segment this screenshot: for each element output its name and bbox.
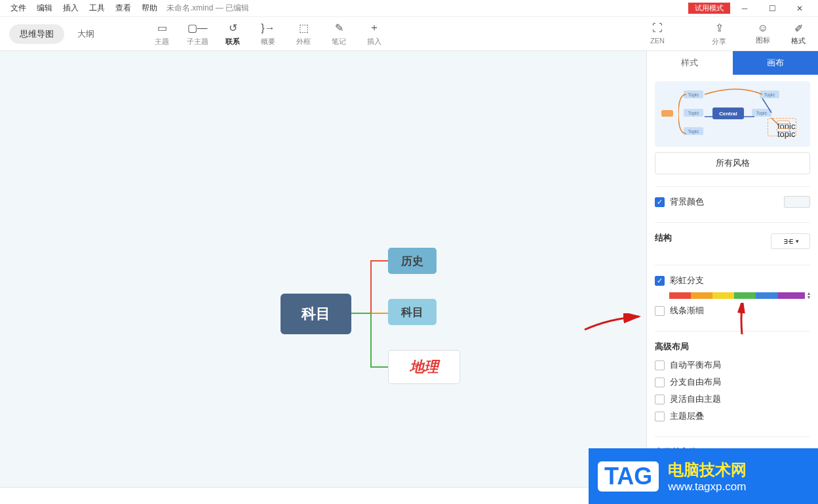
all-styles-button[interactable]: 所有风格	[655, 152, 810, 174]
label-free-branch: 分支自由布局	[670, 376, 721, 388]
node-subject[interactable]: 科目	[388, 299, 437, 325]
boundary-icon: ⬚	[299, 22, 309, 35]
menu-insert[interactable]: 插入	[58, 3, 84, 14]
node-geography[interactable]: 地理	[388, 350, 460, 384]
menu-tools[interactable]: 工具	[84, 3, 110, 14]
trial-mode-badge[interactable]: 试用模式	[688, 3, 730, 14]
checkbox-tapered[interactable]	[655, 306, 665, 316]
maximize-button[interactable]: ☐	[759, 1, 785, 16]
node-central[interactable]: 科目	[281, 294, 351, 334]
menu-view[interactable]: 查看	[110, 3, 136, 14]
structure-select[interactable]: ▾	[771, 233, 810, 249]
smiley-icon: ☺	[758, 22, 768, 34]
watermark: TAG 电脑技术网 www.tagxp.com	[589, 448, 818, 504]
plus-icon: ＋	[369, 22, 380, 35]
preview-lines	[678, 87, 783, 142]
tool-subtopic[interactable]: ▢—子主题	[180, 22, 215, 47]
label-bg-color: 背景颜色	[670, 196, 704, 208]
label-flex-topic: 灵活自由主题	[670, 393, 721, 405]
tool-boundary[interactable]: ⬚外框	[286, 22, 321, 47]
document-title: 未命名.xmind — 已编辑	[166, 3, 249, 14]
checkbox-rainbow[interactable]: ✓	[655, 276, 665, 286]
brush-icon: ✐	[794, 22, 803, 35]
preview-orange-box	[661, 110, 673, 117]
share-icon: ⇪	[715, 22, 724, 35]
panel-tab-style[interactable]: 样式	[647, 51, 733, 75]
checkbox-overlap[interactable]	[655, 412, 665, 421]
chevron-down-icon: ▾	[796, 238, 799, 244]
bg-color-swatch[interactable]	[784, 196, 810, 208]
tool-format[interactable]: ✐格式	[785, 22, 811, 46]
watermark-url: www.tagxp.com	[668, 480, 747, 494]
checkbox-free-branch[interactable]	[655, 378, 665, 387]
label-structure: 结构	[655, 232, 672, 244]
checkbox-bg-color[interactable]: ✓	[655, 197, 665, 207]
checkbox-flex-topic[interactable]	[655, 395, 665, 404]
mindmap-canvas[interactable]: 科目 历史 科目 地理	[0, 51, 646, 487]
toolbar: 思维导图 大纲 ▭主题 ▢—子主题 ↺联系 }→概要 ⬚外框 ✎笔记 ＋插入 ⛶…	[0, 17, 818, 51]
label-auto-balance: 自动平衡布局	[670, 359, 721, 371]
tool-icons[interactable]: ☺图标	[750, 22, 776, 46]
watermark-title: 电脑技术网	[668, 459, 747, 480]
menu-help[interactable]: 帮助	[136, 3, 163, 14]
topic-icon: ▭	[157, 22, 167, 35]
label-tapered: 线条渐细	[670, 305, 704, 317]
node-history[interactable]: 历史	[388, 248, 437, 274]
annotation-arrow-1	[583, 313, 642, 333]
connector-lines	[351, 260, 391, 371]
panel-tab-canvas[interactable]: 画布	[733, 51, 819, 75]
note-icon: ✎	[335, 22, 343, 35]
structure-icon	[783, 239, 794, 244]
tool-summary[interactable]: }→概要	[250, 22, 286, 47]
menu-bar: 文件 编辑 插入 工具 查看 帮助 未命名.xmind — 已编辑 试用模式 ─…	[0, 0, 818, 17]
label-overlap: 主题层叠	[670, 410, 704, 422]
summary-icon: }→	[261, 22, 275, 35]
tool-relation[interactable]: ↺联系	[215, 22, 250, 47]
relation-icon: ↺	[229, 22, 237, 35]
subtopic-icon: ▢—	[187, 22, 208, 35]
format-panel: 样式 画布 Topic Topic Topic Central Topic To…	[646, 51, 818, 487]
label-advanced-layout: 高级布局	[655, 341, 810, 353]
tool-insert[interactable]: ＋插入	[357, 22, 392, 47]
tab-outline[interactable]: 大纲	[67, 24, 105, 44]
tab-mindmap[interactable]: 思维导图	[9, 24, 64, 44]
rainbow-gradient[interactable]	[669, 292, 805, 299]
tool-share[interactable]: ⇪分享	[701, 22, 737, 47]
tool-topic[interactable]: ▭主题	[144, 22, 180, 47]
zen-icon: ⛶	[652, 22, 663, 35]
minimize-button[interactable]: ─	[731, 1, 758, 16]
theme-preview[interactable]: Topic Topic Topic Central Topic Topic to…	[655, 81, 810, 147]
label-rainbow: 彩虹分支	[670, 275, 704, 286]
menu-file[interactable]: 文件	[5, 3, 31, 14]
checkbox-auto-balance[interactable]	[655, 360, 665, 370]
tool-zen[interactable]: ⛶ZEN	[640, 22, 675, 47]
rainbow-spinner[interactable]: ▴▾	[808, 292, 810, 300]
tool-note[interactable]: ✎笔记	[321, 22, 357, 47]
menu-edit[interactable]: 编辑	[31, 3, 58, 14]
watermark-tag: TAG	[598, 461, 659, 492]
close-button[interactable]: ✕	[787, 1, 813, 16]
